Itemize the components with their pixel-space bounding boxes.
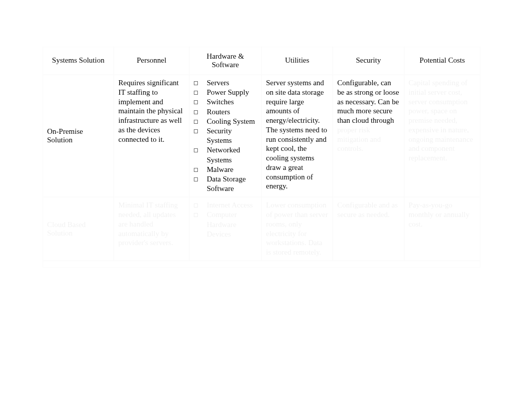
hw-item: Cooling System [194, 117, 257, 126]
row-cloud: Cloud Based Solution Minimal IT staffing… [43, 197, 480, 260]
utilities-text-1: Lower consumption of power than server r… [266, 200, 328, 257]
cell-security-1: Configurable and as secure as needed. [333, 197, 403, 260]
security-text-0: Configurable, can be as strong or loose … [337, 78, 399, 153]
header-costs: Potential Costs [405, 47, 480, 74]
hw-item: Servers [194, 78, 257, 88]
hw-item: Malware [194, 165, 257, 174]
row-on-premise: On-Premise Solution Requires significant… [43, 75, 480, 196]
security-visible-0: Configurable, can be as strong or loose … [337, 79, 399, 124]
cell-personnel-0: Requires significant IT staffing to impl… [114, 75, 188, 196]
personnel-text-0: Requires significant IT staffing to impl… [118, 78, 184, 144]
cell-hardware-0: Servers Power Supply Switches Routers Co… [190, 75, 261, 196]
cell-system-1: Cloud Based Solution [43, 197, 113, 260]
costs-text-0: Capital spending of initial server cost,… [409, 78, 476, 163]
hw-item: Internet Access [194, 200, 257, 210]
comparison-table: Systems Solution Personnel Hardware & So… [42, 46, 481, 268]
cell-hardware-1: Internet Access Computer Hardware Device… [190, 197, 261, 260]
header-hardware: Hardware & Software [190, 47, 261, 74]
hw-item: Networked Systems [194, 145, 257, 164]
hw-item: Switches [194, 97, 257, 107]
cell-costs-0: Capital spending of initial server cost,… [405, 75, 480, 196]
hardware-list-1: Internet Access Computer Hardware Device… [194, 200, 257, 239]
cell-costs-1: Pay-as-you-go monthly or annually cost. [405, 197, 480, 260]
security-text-1: Configurable and as secure as needed. [337, 200, 399, 220]
costs-text-1: Pay-as-you-go monthly or annually cost. [409, 200, 476, 229]
header-row: Systems Solution Personnel Hardware & So… [43, 47, 480, 74]
security-faint-0: proper risk mitigation and controls. [337, 126, 381, 153]
cell-utilities-0: Server systems and on site data storage … [262, 75, 332, 196]
header-security: Security [333, 47, 403, 74]
header-personnel: Personnel [114, 47, 188, 74]
cell-personnel-1: Minimal IT staffing needed, all updates … [114, 197, 188, 260]
hardware-list-0: Servers Power Supply Switches Routers Co… [194, 78, 257, 193]
cell-system-0: On-Premise Solution [43, 75, 113, 196]
header-utilities: Utilities [262, 47, 332, 74]
personnel-text-1: Minimal IT staffing needed, all updates … [118, 200, 184, 248]
hw-item: Computer Hardware Devices [194, 210, 257, 239]
hw-item: Security Systems [194, 126, 257, 145]
hw-item: Power Supply [194, 88, 257, 97]
header-systems: Systems Solution [43, 47, 113, 74]
cell-security-0: Configurable, can be as strong or loose … [333, 75, 403, 196]
utilities-text-0: Server systems and on site data storage … [266, 78, 328, 191]
hw-item: Routers [194, 107, 257, 117]
hw-item: Data Storage Software [194, 174, 257, 193]
cell-utilities-1: Lower consumption of power than server r… [262, 197, 332, 260]
spacer-row [43, 261, 480, 267]
